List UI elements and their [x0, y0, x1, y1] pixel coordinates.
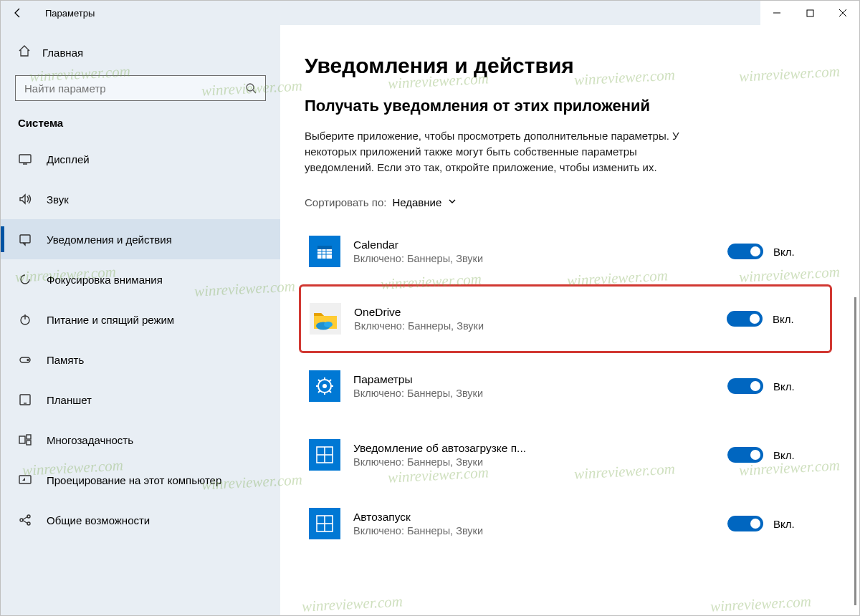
app-name: Уведомление об автозагрузке п... [353, 442, 715, 455]
shared-icon [18, 513, 32, 527]
window-grid-icon [309, 508, 340, 539]
toggle-state: Вкл. [773, 449, 795, 461]
sidebar-item-sound[interactable]: Звук [1, 179, 280, 219]
svg-rect-1 [807, 10, 813, 16]
sort-dropdown[interactable]: Сортировать по: Недавние [305, 196, 828, 208]
power-icon [18, 312, 32, 327]
section-description: Выберите приложение, чтобы просмотреть д… [305, 128, 684, 175]
svg-point-19 [20, 519, 23, 521]
app-detail: Включено: Баннеры, Звуки [353, 388, 715, 399]
svg-line-38 [318, 390, 320, 393]
sidebar-category-label: Система [1, 114, 280, 139]
sidebar-home[interactable]: Главная [1, 37, 280, 68]
svg-point-29 [324, 322, 333, 327]
sidebar-nav: Дисплей Звук Уведомления и действия Фоку… [1, 139, 280, 615]
content-scrollbar[interactable] [854, 297, 856, 605]
app-name: Calendar [353, 239, 715, 251]
toggle-switch[interactable] [727, 378, 763, 394]
sidebar-item-label: Многозадачность [47, 434, 133, 446]
sidebar-item-display[interactable]: Дисплей [1, 139, 280, 179]
svg-point-20 [27, 515, 30, 518]
svg-point-31 [322, 384, 327, 388]
search-input[interactable] [24, 82, 245, 95]
sidebar-item-label: Фокусировка внимания [47, 274, 163, 286]
multitasking-icon [18, 433, 32, 447]
notification-apps-list: Calendar Включено: Баннеры, Звуки Вкл. [305, 217, 828, 558]
app-name: Параметры [353, 373, 715, 386]
sound-icon [18, 192, 32, 206]
app-row-onedrive[interactable]: OneDrive Включено: Баннеры, Звуки Вкл. [299, 284, 832, 353]
chevron-down-icon [447, 196, 457, 208]
app-row-settings[interactable]: Параметры Включено: Баннеры, Звуки Вкл. [305, 352, 828, 420]
sidebar-item-label: Дисплей [47, 153, 90, 165]
window-grid-icon [309, 439, 340, 471]
svg-rect-17 [27, 441, 31, 445]
toggle-state: Вкл. [773, 518, 795, 530]
settings-app-icon [309, 370, 340, 402]
toggle-switch[interactable] [727, 311, 763, 327]
app-name: OneDrive [354, 306, 714, 319]
calendar-icon [309, 236, 340, 267]
window-title: Параметры [45, 8, 95, 19]
sidebar: Главная Система Дисплей Звук [1, 25, 280, 615]
project-icon [18, 473, 32, 487]
content-pane: Уведомления и действия Получать уведомле… [280, 25, 859, 615]
svg-rect-8 [20, 235, 30, 243]
sidebar-item-storage[interactable]: Память [1, 340, 280, 380]
focus-icon [18, 272, 32, 287]
app-name: Автозапуск [353, 511, 715, 524]
sidebar-item-projecting[interactable]: Проецирование на этот компьютер [1, 460, 280, 500]
app-row-calendar[interactable]: Calendar Включено: Баннеры, Звуки Вкл. [305, 217, 828, 286]
sidebar-item-shared[interactable]: Общие возможности [1, 500, 280, 540]
sidebar-item-label: Планшет [47, 394, 92, 406]
toggle-switch[interactable] [727, 244, 763, 259]
svg-point-12 [27, 360, 29, 361]
sidebar-item-tablet[interactable]: Планшет [1, 380, 280, 420]
sidebar-item-notifications[interactable]: Уведомления и действия [1, 219, 280, 259]
sidebar-item-label: Проецирование на этот компьютер [47, 474, 221, 486]
toggle-state: Вкл. [773, 380, 795, 393]
app-detail: Включено: Баннеры, Звуки [353, 253, 715, 264]
maximize-button[interactable] [793, 1, 826, 25]
minimize-button[interactable] [760, 1, 793, 25]
toggle-state: Вкл. [773, 246, 795, 258]
app-row-autoplay[interactable]: Автозапуск Включено: Баннеры, Звуки Вкл. [305, 489, 828, 558]
sidebar-item-label: Звук [47, 193, 69, 206]
search-container [1, 68, 280, 114]
sidebar-item-focus-assist[interactable]: Фокусировка внимания [1, 259, 280, 299]
back-button[interactable] [1, 1, 35, 25]
home-icon [18, 44, 31, 60]
app-detail: Включено: Баннеры, Звуки [353, 525, 715, 536]
sidebar-item-label: Память [47, 354, 84, 366]
svg-point-4 [247, 84, 254, 91]
app-detail: Включено: Баннеры, Звуки [353, 456, 715, 468]
search-icon [245, 82, 257, 94]
sidebar-item-power[interactable]: Питание и спящий режим [1, 299, 280, 340]
app-row-startup-notification[interactable]: Уведомление об автозагрузке п... Включен… [305, 420, 828, 489]
storage-icon [18, 352, 32, 367]
svg-line-36 [318, 380, 320, 382]
display-icon [18, 152, 32, 166]
sort-value: Недавние [392, 196, 441, 208]
tablet-icon [18, 393, 32, 407]
toggle-switch[interactable] [727, 447, 763, 463]
app-detail: Включено: Баннеры, Звуки [354, 320, 714, 332]
toggle-state: Вкл. [773, 313, 794, 325]
sidebar-item-label: Питание и спящий режим [47, 314, 174, 326]
page-title: Уведомления и действия [305, 54, 828, 78]
svg-rect-15 [19, 436, 25, 443]
notifications-icon [18, 232, 32, 246]
svg-line-37 [329, 390, 331, 393]
search-input-wrap[interactable] [15, 75, 266, 101]
sidebar-item-label: Уведомления и действия [47, 234, 172, 246]
close-button[interactable] [826, 1, 859, 25]
sidebar-item-label: Общие возможности [47, 514, 150, 526]
svg-rect-23 [317, 246, 332, 249]
sidebar-home-label: Главная [42, 47, 83, 59]
settings-window: Параметры Главная [0, 0, 860, 616]
svg-point-21 [27, 522, 30, 525]
sidebar-item-multitasking[interactable]: Многозадачность [1, 420, 280, 460]
svg-line-39 [329, 380, 331, 382]
toggle-switch[interactable] [727, 516, 763, 531]
svg-rect-6 [19, 155, 31, 163]
